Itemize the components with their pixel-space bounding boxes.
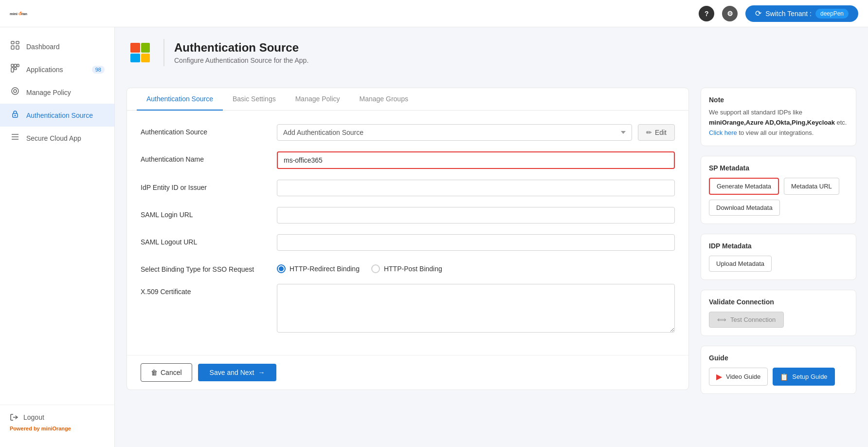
http-redirect-option[interactable]: HTTP-Redirect Binding <box>277 264 360 273</box>
idp-entity-field <box>277 180 675 196</box>
svg-rect-6 <box>16 41 19 44</box>
binding-type-row: Select Binding Type for SSO Request HTTP… <box>141 261 675 273</box>
edit-auth-source-button[interactable]: ✏ Edit <box>638 124 675 141</box>
sidebar-item-secure-cloud-app[interactable]: Secure Cloud App <box>0 127 114 149</box>
logout-icon <box>10 413 18 422</box>
saml-logout-input[interactable] <box>277 234 675 251</box>
book-icon: 📋 <box>780 373 788 381</box>
svg-point-4 <box>20 11 21 12</box>
svg-point-15 <box>14 90 17 93</box>
http-post-radio[interactable] <box>371 264 380 273</box>
tab-manage-groups[interactable]: Manage Groups <box>350 88 418 111</box>
svg-point-17 <box>15 115 16 116</box>
svg-rect-7 <box>11 46 14 49</box>
form-card: Authentication Source Basic Settings Man… <box>127 88 689 390</box>
cancel-icon: 🗑 <box>151 369 158 376</box>
sidebar-item-dashboard-label: Dashboard <box>26 43 60 51</box>
dashboard-icon <box>10 41 20 52</box>
main-layout: Dashboard Applications 98 <box>0 27 868 447</box>
svg-rect-5 <box>11 41 14 44</box>
saml-login-field <box>277 207 675 224</box>
svg-rect-9 <box>11 64 14 67</box>
sp-metadata-title: SP Metadata <box>709 164 848 172</box>
upload-metadata-button[interactable]: Upload Metadata <box>709 256 772 272</box>
http-redirect-radio[interactable] <box>277 264 286 273</box>
svg-rect-11 <box>17 64 19 67</box>
applications-icon <box>10 64 20 75</box>
tab-basic-settings[interactable]: Basic Settings <box>223 88 286 111</box>
header-divider <box>163 39 164 66</box>
auth-name-row: Authentication Name <box>141 151 675 169</box>
switch-tenant-button[interactable]: ⟳ Switch Tenant : deepPen <box>745 5 858 22</box>
save-next-button[interactable]: Save and Next → <box>198 364 277 381</box>
sp-metadata-btn-row: Generate Metadata Metadata URL <box>709 178 848 195</box>
auth-source-row: Authentication Source Add Authentication… <box>141 124 675 141</box>
binding-type-field: HTTP-Redirect Binding HTTP-Post Binding <box>277 261 675 273</box>
switch-tenant-icon: ⟳ <box>755 9 761 18</box>
powered-by-text: Powered by miniOrange <box>10 426 105 431</box>
metadata-url-button[interactable]: Metadata URL <box>784 178 839 195</box>
guide-section: Guide ▶ Video Guide 📋 Setup Guide <box>701 346 856 394</box>
sidebar-item-manage-policy[interactable]: Manage Policy <box>0 81 114 104</box>
secure-cloud-app-icon <box>10 132 20 144</box>
http-post-option[interactable]: HTTP-Post Binding <box>371 264 442 273</box>
saml-logout-row: SAML Logout URL <box>141 234 675 251</box>
tenant-name-badge: deepPen <box>815 9 849 19</box>
validate-connection-section: Validate Connection ⟺ Test Connection <box>701 290 856 336</box>
auth-name-field-label: Authentication Name <box>141 151 267 163</box>
sidebar-item-dashboard[interactable]: Dashboard <box>0 35 114 58</box>
form-actions: 🗑 Cancel Save and Next → <box>127 355 688 390</box>
svg-point-14 <box>12 88 18 94</box>
arrow-right-icon: → <box>258 369 265 376</box>
page-title: Authentication Source <box>174 41 308 55</box>
svg-rect-24 <box>130 54 140 62</box>
tab-manage-policy[interactable]: Manage Policy <box>286 88 350 111</box>
test-connection-button[interactable]: ⟺ Test Connection <box>709 312 784 328</box>
sidebar-item-authentication-source[interactable]: Authentication Source <box>0 104 114 127</box>
sidebar-item-secure-cloud-app-label: Secure Cloud App <box>26 134 81 142</box>
binding-type-field-label: Select Binding Type for SSO Request <box>141 261 267 273</box>
svg-rect-13 <box>14 68 17 70</box>
binding-radio-group: HTTP-Redirect Binding HTTP-Post Binding <box>277 261 675 273</box>
svg-rect-10 <box>14 64 17 67</box>
idp-metadata-title: IDP Metadata <box>709 242 848 250</box>
tab-authentication-source[interactable]: Authentication Source <box>137 88 223 111</box>
settings-button[interactable]: ⚙ <box>722 6 738 21</box>
auth-source-field-label: Authentication Source <box>141 124 267 136</box>
edit-pencil-icon: ✏ <box>646 129 652 136</box>
sidebar-item-manage-policy-label: Manage Policy <box>26 89 71 96</box>
download-metadata-button[interactable]: Download Metadata <box>709 200 780 216</box>
validate-title: Validate Connection <box>709 298 848 306</box>
saml-logout-field-label: SAML Logout URL <box>141 234 267 246</box>
idp-entity-field-label: IdP Entity ID or Issuer <box>141 180 267 191</box>
top-header: mini O range ? ⚙ ⟳ Switch Tenant : deepP… <box>0 0 868 27</box>
svg-rect-22 <box>130 43 140 53</box>
svg-text:mini: mini <box>10 12 18 16</box>
idp-entity-input[interactable] <box>277 180 675 196</box>
setup-guide-button[interactable]: 📋 Setup Guide <box>773 368 834 386</box>
click-here-link[interactable]: Click here <box>709 129 737 136</box>
saml-logout-field <box>277 234 675 251</box>
saml-login-input[interactable] <box>277 207 675 224</box>
sidebar-item-applications[interactable]: Applications 98 <box>0 58 114 81</box>
saml-login-field-label: SAML Login URL <box>141 207 267 219</box>
logo-area: mini O range <box>10 5 27 22</box>
generate-metadata-button[interactable]: Generate Metadata <box>709 178 779 195</box>
auth-source-dropdown[interactable]: Add Authentication Source <box>277 124 632 141</box>
help-button[interactable]: ? <box>699 6 714 21</box>
svg-rect-8 <box>16 46 19 49</box>
idp-entity-row: IdP Entity ID or Issuer <box>141 180 675 196</box>
svg-text:range: range <box>21 12 27 16</box>
auth-name-input[interactable] <box>277 151 675 169</box>
logout-button[interactable]: Logout <box>10 413 44 422</box>
authentication-source-icon <box>10 110 20 121</box>
page-subtitle: Configure Authentication Source for the … <box>174 56 308 64</box>
certificate-textarea[interactable] <box>277 284 675 333</box>
svg-rect-12 <box>11 68 14 72</box>
sidebar-item-auth-source-label: Authentication Source <box>26 112 93 119</box>
office365-icon <box>128 41 152 64</box>
video-guide-button[interactable]: ▶ Video Guide <box>709 368 768 386</box>
cancel-button[interactable]: 🗑 Cancel <box>141 363 192 382</box>
form-content: Authentication Source Add Authentication… <box>127 111 688 355</box>
test-connection-icon: ⟺ <box>717 316 726 323</box>
